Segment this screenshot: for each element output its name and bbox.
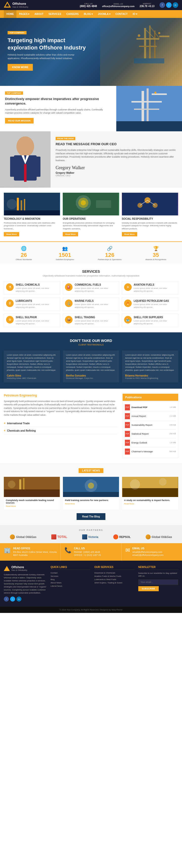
partners-section: OUR PARTNERS Global Oil&Gas TOTAL Victor…	[0, 525, 182, 543]
nav-pages[interactable]: PAGES▾	[17, 10, 32, 18]
ceo-section: FROM THE DESK READ THE MESSAGE FROM OUR …	[0, 131, 182, 188]
pub-chairman-name: Chairman's Message	[131, 450, 153, 453]
footer-phone-col: 📞 CALL US PHONE: (1800) 425 4848 OFFICE:…	[61, 543, 121, 561]
email-icon: ✉	[125, 547, 130, 554]
stat-awards-number: 35	[145, 252, 166, 258]
card-social-button[interactable]: Read More	[122, 232, 137, 237]
footer-link-4[interactable]: Liberal News	[51, 585, 90, 587]
nav-about[interactable]: ABOUT	[32, 10, 46, 18]
services-subtitle: Objectively whiteboard transient models …	[4, 275, 178, 277]
nav-joomla[interactable]: JOOMLA▾	[95, 10, 113, 18]
footer-facebook-icon[interactable]: f	[4, 596, 9, 601]
partner-0: Global Oil&Gas	[10, 534, 36, 539]
footer-service-3[interactable]: Shell Sulphur, Trading & Guard	[94, 582, 134, 584]
nav-io[interactable]: IO▾	[130, 10, 140, 18]
nav-services[interactable]: SERVICES	[46, 10, 64, 18]
accordion-item-0[interactable]: + International Trade	[4, 420, 118, 427]
nav-blog[interactable]: BLOG▾	[81, 10, 95, 18]
stat-offices-label: Offices Worldwide	[16, 258, 32, 260]
pdf-icon-statistical: PDF	[125, 431, 130, 437]
svg-rect-0	[144, 28, 146, 61]
download-pdf-item[interactable]: PDF Download PDF 1.6 MB	[125, 403, 176, 412]
read-mission-button[interactable]: READ OUR MISSION	[5, 118, 34, 124]
footer-link-0[interactable]: Contact	[51, 572, 90, 574]
svg-rect-30	[24, 199, 25, 210]
pdf-icon-energy: PDF	[125, 440, 130, 446]
svg-rect-8	[134, 58, 164, 63]
pub-sustainability-name: Sustainability Report	[131, 424, 152, 426]
news-1-read-more[interactable]: Read More	[65, 502, 117, 505]
svg-rect-31	[4, 210, 60, 215]
service-lubricants-desc: Lorem ipsum dolor sit amet, con tetur ad…	[16, 303, 58, 309]
news-0-read-more[interactable]: Read More	[6, 505, 58, 507]
news-item-1: Field training sessions for new partners…	[63, 477, 119, 509]
svg-rect-16	[116, 121, 182, 131]
svg-point-20	[17, 136, 34, 157]
read-blog-button[interactable]: Read The Blog	[77, 513, 105, 520]
hero-headline: Targeting high impact exploration Offsho…	[7, 37, 94, 51]
newsletter-subscribe-button[interactable]: Subscribe	[138, 586, 159, 591]
footer-link-1[interactable]: Services	[51, 575, 90, 577]
card-operations-desc: Energistically productize wireless minds…	[63, 221, 119, 230]
pub-statistical-size: 250 KB	[169, 433, 176, 435]
testimonial-2: Lorem ipsum dolor sit amet, consectetur …	[122, 350, 178, 382]
testimonials-subtitle: Client Testimonials	[4, 343, 178, 346]
card-technology-title: TECHNOLOGY & INNOVATION	[4, 217, 60, 220]
card-operations-button[interactable]: Read More	[63, 232, 78, 237]
twitter-icon[interactable]: t	[166, 2, 172, 8]
testimonial-1-text: Lorem ipsum dolor sit amet, consectetur …	[66, 353, 116, 372]
service-commercial-icon: ⛽	[65, 283, 72, 291]
ceo-title: Offshore, CEO	[56, 174, 177, 177]
ceo-name: Gregory Walker	[56, 172, 177, 174]
footer-link-2[interactable]: Blog	[51, 578, 90, 581]
accordion-item-1-title: Chemicals and Refining	[7, 429, 36, 432]
market-info: MARKET 236.78 +0.13	[140, 2, 154, 7]
svg-rect-22	[10, 157, 17, 177]
hero-tag: TOP COMPANY	[7, 31, 27, 34]
footer-links-title: Quick Links	[51, 566, 90, 570]
card-social: SOCIAL RESPONSIBILITY Globally incubate …	[122, 193, 178, 237]
partner-3: REPSOL	[113, 534, 131, 539]
footer-service-2[interactable]: Lubricants & Shell Fuels	[94, 578, 134, 581]
footer-office-col: 🏢 HEAD OFFICE PO Box 16122 Collins Stree…	[0, 543, 61, 561]
news-1-title: Field training sessions for new partners…	[65, 499, 117, 501]
logo-area: Offshore Gas & OilIndustry	[4, 1, 28, 8]
service-trading-title: SHELL TRADING	[74, 316, 117, 319]
service-lubricants-icon: 🛢	[6, 300, 13, 307]
footer-linkedin-icon[interactable]: in	[17, 596, 22, 601]
service-cards: TECHNOLOGY & INNOVATION Professionally d…	[0, 188, 182, 242]
footer-link-3[interactable]: About News	[51, 582, 90, 584]
mission-tag: TOP COMPANY	[5, 91, 23, 95]
nav-home[interactable]: HOME	[4, 10, 17, 18]
pub-sustainability: PDF Sustainability Report 150 KB	[125, 421, 176, 430]
partner-1: TOTAL	[51, 534, 67, 539]
footer-service-0[interactable]: Download & Chemicals	[94, 572, 134, 574]
card-technology-button[interactable]: Read More	[4, 232, 19, 237]
service-trading-desc: Lorem ipsum dolor sit amet, con tetur ad…	[74, 319, 117, 325]
service-marine-title: MARINE FUELS	[74, 300, 117, 302]
footer-service-1[interactable]: Aviation Fuels & Marine Fuels	[94, 575, 134, 577]
footer-main: Offshore Gas & OilIndustry Collaborative…	[0, 561, 182, 607]
footer-twitter-icon[interactable]: t	[10, 596, 15, 601]
testimonial-1-role: Divisional Manager, Corps Inc.	[66, 377, 116, 379]
linkedin-icon[interactable]: in	[173, 2, 178, 8]
service-sulphur-title: SHELL SULPHUR	[16, 316, 58, 319]
footer-about-text: Collaboratively administrate turnkey cha…	[4, 573, 47, 594]
stat-partnerships-number: 126	[98, 252, 122, 258]
testimonials-section: DON'T TAKE OUR WORD Client Testimonials …	[0, 332, 182, 389]
nav-careers[interactable]: CAREERS	[64, 10, 81, 18]
hero-know-more-button[interactable]: KNOW MORE	[7, 64, 33, 71]
accordion-item-1[interactable]: + Chemicals and Refining	[4, 427, 118, 434]
svg-rect-37	[122, 193, 178, 215]
newsletter-email-input[interactable]	[138, 579, 178, 585]
mission-headline: Distinctively empower diverse imperative…	[5, 97, 111, 106]
news-item-2: A study on sustainability & impact facto…	[122, 477, 178, 509]
news-2-read-more[interactable]: Read More	[124, 502, 176, 505]
service-suppliers-title: SHELL FOR SUPPLIERS	[134, 316, 176, 319]
facebook-icon[interactable]: f	[159, 2, 165, 8]
nav-contact[interactable]: CONTACT	[113, 10, 130, 18]
svg-point-55	[159, 478, 166, 486]
card-operations-title: OUR OPERATIONS	[63, 217, 119, 220]
news-section: LATEST NEWS Completely mesh sustainable …	[0, 463, 182, 525]
publications-title: Publications	[123, 394, 178, 401]
